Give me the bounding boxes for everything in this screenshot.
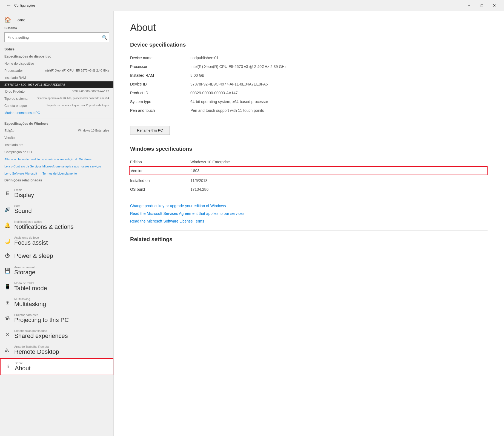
sidebar-item-focus[interactable]: 🌙 Assistente de foco Focus assist xyxy=(0,233,113,249)
minimize-button[interactable]: − xyxy=(463,0,476,11)
power-label: Power & sleep xyxy=(14,252,53,260)
divider xyxy=(130,230,488,231)
sidebar: 🏠 Home Sistema 🔍 Sobre Especificações do… xyxy=(0,11,114,436)
sidebar-home[interactable]: 🏠 Home xyxy=(0,14,113,25)
display-icon: 🖥 xyxy=(4,190,10,196)
installed-row: Installed on 11/5/2018 xyxy=(130,176,488,185)
sidebar-item-power[interactable]: ⏻ Power & sleep xyxy=(0,249,113,263)
about-icon: ℹ xyxy=(5,364,11,370)
nav-list: 🖥 Exibir Display 🔊 Som Sound 🔔 Notificaç… xyxy=(0,186,113,436)
device-name-value: nodpublishers01 xyxy=(190,56,488,60)
version-value: 1803 xyxy=(191,169,486,173)
multitasking-icon: ⊞ xyxy=(4,300,10,306)
multitasking-label: Multitasking xyxy=(14,301,46,307)
titlebar: ← Configurações − □ ✕ xyxy=(0,0,504,11)
storage-label: Storage xyxy=(14,269,35,276)
sidebar-sobre: Sobre xyxy=(0,45,113,53)
os-build-value: 17134.286 xyxy=(190,187,488,192)
sidebar-version: Versão xyxy=(0,134,113,141)
sound-icon: 🔊 xyxy=(4,206,10,212)
sidebar-item-notifications[interactable]: 🔔 Notificações e ações Notifications & a… xyxy=(0,217,113,233)
close-button[interactable]: ✕ xyxy=(488,0,501,11)
pen-row: Pen and touch Pen and touch support with… xyxy=(130,106,488,115)
windows-spec-table: Edition Windows 10 Enterprise Version 18… xyxy=(130,158,488,194)
home-icon: 🏠 xyxy=(4,16,11,23)
sidebar-product-id: ID do Produto 00329-00000-00003-AA147 xyxy=(0,88,113,95)
sidebar-item-projecting[interactable]: 📽 Projetar para este Projecting to this … xyxy=(0,310,113,326)
ram-value: 8.00 GB xyxy=(190,73,488,78)
sidebar-software[interactable]: Ler o Software Microsoft Termos de Licen… xyxy=(0,170,113,177)
sidebar-item-tablet[interactable]: 📱 Modo de tablet Tablet mode xyxy=(0,279,113,295)
installed-label: Installed on xyxy=(130,178,190,183)
sidebar-device-name: Nome do dispositivo xyxy=(0,60,113,67)
system-section-label: Sistema xyxy=(0,25,113,31)
ram-row: Installed RAM 8.00 GB xyxy=(130,71,488,80)
device-id-value: 37878F92-4B9C-4977-AF11-8E34A7EE8FA6 xyxy=(190,82,488,86)
tablet-label: Tablet mode xyxy=(14,285,47,292)
projecting-icon: 📽 xyxy=(4,315,10,321)
sidebar-item-remote[interactable]: 🖧 Área de Trabalho Remota Remote Desktop xyxy=(0,342,113,358)
sidebar-edition: Edição Windows 10 Enterprise xyxy=(0,127,113,134)
sidebar-installed: Instalado em xyxy=(0,141,113,149)
page-title: About xyxy=(130,22,488,33)
sidebar-rename[interactable]: Mudar o nome deste PC xyxy=(0,109,113,116)
sidebar-related: Definições relacionadas xyxy=(0,177,113,184)
sidebar-services[interactable]: Leia o Contrato de Serviços Microsoft qu… xyxy=(0,163,113,170)
sidebar-change-key[interactable]: Alterar a chave de produto ou atualizar … xyxy=(0,156,113,163)
software-link[interactable]: Read the Microsoft Software License Term… xyxy=(130,217,488,225)
installed-value: 11/5/2018 xyxy=(190,178,488,183)
remote-label: Remote Desktop xyxy=(14,348,59,355)
search-input[interactable] xyxy=(4,32,109,42)
sidebar-item-shared[interactable]: ✕ Experiências partilhadas Shared experi… xyxy=(0,326,113,342)
remote-icon: 🖧 xyxy=(4,347,10,353)
device-name-row: Device name nodpublishers01 xyxy=(130,53,488,62)
ram-label: Installed RAM xyxy=(130,73,190,78)
back-button[interactable]: ← xyxy=(3,0,14,11)
storage-icon: 💾 xyxy=(4,268,10,274)
pen-value: Pen and touch support with 11 touch poin… xyxy=(190,108,488,113)
sidebar-pen: Caneta e toque Suporte de caneta e toque… xyxy=(0,102,113,109)
processor-label: Processor xyxy=(130,64,190,69)
system-type-label: System type xyxy=(130,99,190,104)
sidebar-device-id: 37878F92-4B9C-4977-AF11-8E34A7EE8FA6 xyxy=(0,81,113,88)
search-container: 🔍 xyxy=(0,31,113,44)
services-link[interactable]: Read the Microsoft Services Agreement th… xyxy=(130,210,488,217)
device-spec-title: Device specifications xyxy=(130,42,488,48)
sidebar-item-multitasking[interactable]: ⊞ Multitasking Multitasking xyxy=(0,295,113,310)
maximize-button[interactable]: □ xyxy=(476,0,488,11)
os-build-label: OS build xyxy=(130,187,190,192)
sidebar-ram: Instalado RAM xyxy=(0,74,113,81)
focus-icon: 🌙 xyxy=(4,238,10,244)
portuguese-windows-overlay: Especificações do Windows Edição Windows… xyxy=(0,118,113,186)
sidebar-item-storage[interactable]: 💾 Armazenamento Storage xyxy=(0,263,113,279)
windows-spec-title: Windows specifications xyxy=(130,146,488,152)
version-row: Version 1803 xyxy=(129,166,488,175)
product-id-label: Product ID xyxy=(130,91,190,95)
related-settings-title: Related settings xyxy=(130,236,488,243)
sidebar-item-sound[interactable]: 🔊 Som Sound xyxy=(0,201,113,217)
device-name-label: Device name xyxy=(130,56,190,60)
window-controls: − □ ✕ xyxy=(463,0,501,11)
portuguese-overlay: Sobre Especificações do dispositivo Nome… xyxy=(0,44,113,118)
sidebar-windows-spec: Especificações do Windows xyxy=(0,120,113,127)
edition-label: Edition xyxy=(130,160,190,164)
sound-label: Sound xyxy=(14,207,32,214)
product-id-value: 00329-00000-00003-AA147 xyxy=(190,91,488,95)
edition-row: Edition Windows 10 Enterprise xyxy=(130,158,488,166)
notifications-icon: 🔔 xyxy=(4,222,10,228)
change-key-link[interactable]: Change product key or upgrade your editi… xyxy=(130,202,488,210)
device-id-row: Device ID 37878F92-4B9C-4977-AF11-8E34A7… xyxy=(130,80,488,89)
tablet-icon: 📱 xyxy=(4,284,10,290)
sidebar-item-about[interactable]: ℹ Sobre About xyxy=(0,358,113,375)
processor-row: Processor Intel(R) Xeon(R) CPU E5-2673 v… xyxy=(130,62,488,71)
search-icon: 🔍 xyxy=(102,35,107,40)
shared-label: Shared experiences xyxy=(14,332,68,339)
notifications-label: Notifications & actions xyxy=(14,223,73,230)
titlebar-title: Configurações xyxy=(14,4,463,7)
device-id-label: Device ID xyxy=(130,82,190,86)
product-id-row: Product ID 00329-00000-00003-AA147 xyxy=(130,89,488,97)
system-type-value: 64-bit operating system, x64-based proce… xyxy=(190,99,488,104)
rename-pc-button[interactable]: Rename this PC xyxy=(130,126,170,135)
sidebar-header xyxy=(0,11,113,14)
sidebar-item-display[interactable]: 🖥 Exibir Display xyxy=(0,186,113,201)
